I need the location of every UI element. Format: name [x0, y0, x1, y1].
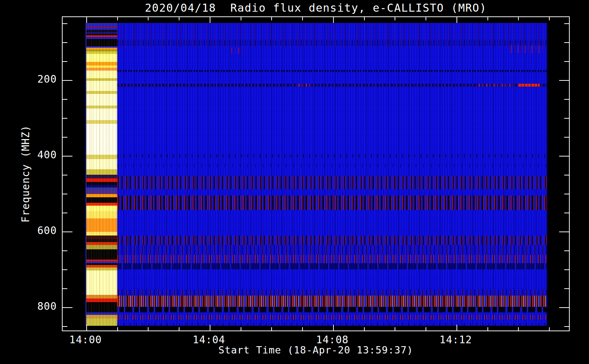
x-minor-tick	[395, 327, 395, 331]
burst-stripe	[86, 155, 117, 159]
x-minor-tick-top	[395, 17, 395, 20]
spectrogram-main	[117, 23, 547, 326]
spectrogram-figure: 2020/04/18 Radio flux density, e-CALLIST…	[0, 0, 589, 364]
x-tick-label: 14:08	[311, 334, 354, 346]
y-minor-tick	[63, 42, 67, 43]
y-minor-tick-right	[564, 326, 569, 327]
rfi-spot	[231, 48, 245, 54]
burst-stripe	[86, 260, 117, 261]
burst-stripe	[86, 175, 117, 178]
burst-stripe	[86, 185, 117, 187]
x-minor-tick-top	[426, 17, 426, 20]
x-major-tick	[86, 325, 87, 331]
y-minor-tick	[63, 175, 67, 175]
x-minor-tick-top	[549, 17, 550, 20]
burst-stripe	[86, 242, 117, 245]
y-major-tick-right	[559, 307, 569, 308]
y-minor-tick	[63, 269, 67, 270]
rfi-spot	[298, 84, 311, 87]
y-tick-label: 600	[17, 225, 57, 237]
x-tick-label: 14:00	[64, 334, 107, 346]
spectrogram-data	[86, 23, 547, 326]
x-major-tick-top	[210, 17, 210, 23]
x-major-tick-top	[86, 17, 87, 23]
y-tick-label: 400	[17, 149, 57, 161]
burst-stripe	[86, 263, 117, 265]
burst-stripe	[86, 50, 117, 51]
x-tick-label: 14:12	[434, 334, 478, 346]
x-minor-tick	[426, 327, 426, 331]
burst-stripe	[86, 211, 117, 218]
x-major-tick	[456, 325, 457, 331]
burst-stripe	[86, 318, 117, 326]
startup-burst-column	[86, 23, 117, 326]
y-minor-tick	[63, 99, 67, 100]
burst-stripe	[86, 270, 117, 295]
burst-stripe	[86, 194, 117, 197]
burst-stripe	[86, 312, 117, 315]
burst-stripe	[86, 34, 117, 35]
x-minor-tick	[179, 327, 179, 331]
y-major-tick-right	[559, 232, 569, 232]
burst-stripe	[86, 62, 117, 66]
burst-stripe	[86, 203, 117, 206]
burst-stripe	[86, 124, 117, 155]
burst-stripe	[86, 191, 117, 194]
x-tick-label: 14:04	[187, 334, 231, 346]
burst-stripe	[86, 159, 117, 169]
burst-stripe	[86, 206, 117, 211]
burst-stripe	[86, 39, 117, 46]
burst-stripe	[86, 30, 117, 32]
y-minor-tick	[63, 250, 67, 251]
burst-stripe	[86, 78, 117, 81]
burst-stripe	[86, 120, 117, 124]
burst-stripe	[86, 302, 117, 312]
burst-stripe	[86, 91, 117, 94]
x-minor-tick-top	[364, 17, 365, 20]
x-minor-tick	[148, 327, 149, 331]
burst-stripe	[86, 28, 117, 30]
burst-stripe	[86, 245, 117, 249]
rfi-band	[117, 154, 547, 158]
x-minor-tick-top	[179, 17, 179, 20]
x-minor-tick-top	[241, 17, 241, 20]
y-major-tick	[63, 232, 72, 232]
y-axis-title-text: Frequency (MHZ)	[20, 125, 32, 223]
x-minor-tick	[364, 327, 365, 331]
x-minor-tick	[487, 327, 488, 331]
burst-stripe	[86, 32, 117, 34]
burst-stripe	[86, 261, 117, 263]
y-minor-tick-right	[564, 288, 569, 289]
burst-stripe	[86, 265, 117, 268]
burst-stripe	[86, 46, 117, 48]
rfi-spot	[518, 84, 540, 87]
y-minor-tick	[63, 213, 67, 213]
y-minor-tick-right	[564, 61, 569, 62]
burst-stripe	[86, 268, 117, 270]
y-minor-tick-right	[564, 175, 569, 175]
burst-stripe	[86, 298, 117, 302]
y-minor-tick-right	[564, 194, 569, 194]
rfi-band	[117, 315, 547, 320]
burst-stripe	[86, 71, 117, 78]
burst-stripe	[86, 249, 117, 260]
burst-stripe	[86, 182, 117, 185]
x-minor-tick-top	[117, 17, 118, 20]
rfi-band	[117, 245, 547, 255]
y-axis-title: Frequency (MHZ)	[17, 16, 34, 331]
x-major-tick	[333, 325, 334, 331]
x-major-tick	[210, 325, 210, 331]
rfi-band	[117, 263, 547, 269]
rfi-band	[117, 289, 547, 296]
burst-stripe	[86, 26, 117, 28]
burst-stripe	[86, 232, 117, 236]
rfi-band	[117, 255, 547, 263]
burst-stripe	[86, 236, 117, 239]
rfi-band	[117, 176, 547, 189]
burst-stripe	[86, 187, 117, 191]
burst-stripe	[86, 295, 117, 298]
plot-frame	[62, 16, 570, 331]
rfi-band	[117, 164, 547, 167]
x-minor-tick-top	[487, 17, 488, 20]
y-minor-tick	[63, 288, 67, 289]
